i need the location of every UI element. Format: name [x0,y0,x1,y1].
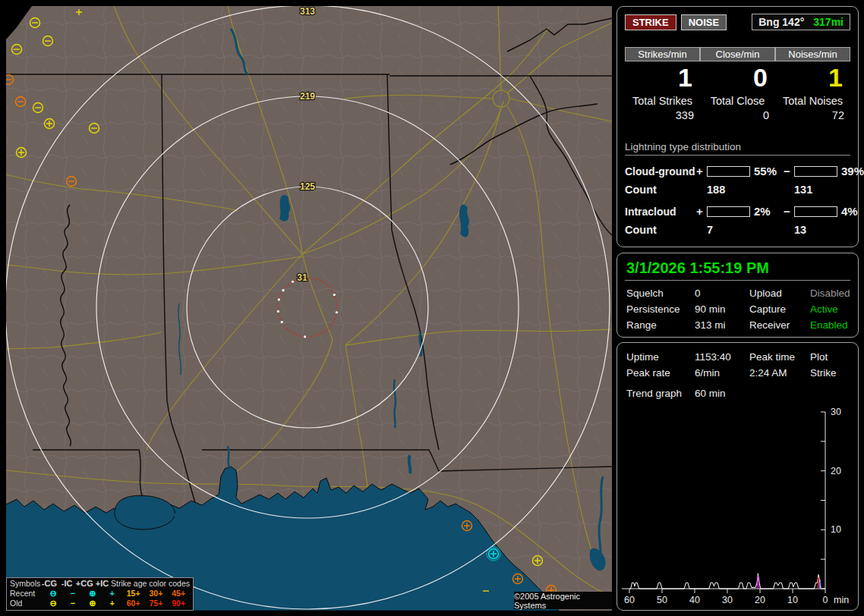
x-axis-unit: min [834,595,849,605]
persistence-dot [281,321,283,323]
x-tick-label: 40 [689,595,700,605]
total-close-value: 0 [700,109,775,121]
trend-graph-label: Trend graph [626,388,695,399]
noises-per-min-value: 1 [775,61,850,93]
bearing-value: Bng 142° [758,16,804,28]
persistence-dot [333,294,336,296]
range-label: Range [626,319,695,331]
uptime-value: 1153:40 [695,351,749,363]
age-90: 90+ [167,599,190,608]
trend-series-strikes [629,574,825,589]
strikes-column: Strikes/min 1 Total Strikes 339 [625,47,700,121]
trend-graph: 1020306050403020100min [617,408,858,611]
capture-label: Capture [749,303,810,315]
persistence-dot [336,311,338,313]
x-tick-label: 0 [823,595,828,605]
legend-recent-label: Recent [10,589,43,599]
upload-status: Disabled [810,288,850,299]
persistence-dot [278,298,280,300]
stats-grid: Uptime 1153:40 Peak time Plot Peak rate … [625,351,850,379]
ring-label-125: 125 [300,181,315,192]
ring-label-313: 313 [300,6,315,17]
noises-per-min-button[interactable]: Noises/min [775,47,850,61]
old-cg-minus-icon: ⊖ [43,599,63,608]
cg-plus-pct: 55% [750,165,784,178]
strikes-per-min-button[interactable]: Strikes/min [625,47,700,61]
ic-minus-count: 13 [794,224,837,236]
recent-ic-minus-icon: − [63,589,83,599]
persistence-label: Persistence [626,303,695,315]
cg-minus-pct: 39% [837,165,864,178]
x-tick-label: 30 [722,595,733,605]
rate-counters: Strikes/min 1 Total Strikes 339 Close/mi… [625,47,850,121]
peak-rate-value: 6/min [695,367,749,379]
recent-cg-minus-icon: ⊖ [43,589,63,599]
age-75: 75+ [145,599,168,608]
minus-sign: − [784,205,794,218]
legend-col--ic: -IC [58,579,75,589]
noise-mode-button[interactable]: NOISE [681,14,727,30]
counters-panel: STRIKE NOISE Bng 142° 317mi Strikes/min … [616,6,859,247]
count-label: Count [625,224,696,236]
legend-age-header: Strike age color codes [111,579,190,589]
distance-value: 317mi [813,16,844,28]
ic-plus-pct: 2% [750,205,784,218]
ring-label-219: 219 [300,91,315,102]
status-grid: Squelch 0 Upload Disabled Persistence 90… [625,288,850,331]
trend-graph-span: 60 min [695,388,749,399]
cg-minus-bar [794,166,837,177]
legend-recent-row: Recent ⊖ − ⊕ + 15+ 30+ 45+ [10,589,190,599]
legend-col--cg: -CG [40,579,58,589]
peak-time-value: 2:24 AM [749,367,810,379]
receiver-status: Enabled [810,319,850,331]
ic-minus-pct: 4% [837,205,858,218]
symbols-legend: Symbols -CG -IC +CG +IC Strike age color… [6,577,194,611]
legend-old-row: Old ⊖ − ⊕ + 60+ 75+ 90+ [10,599,190,608]
legend-col-pic: +IC [93,579,111,589]
squelch-label: Squelch [626,288,695,299]
intracloud-row: Intracloud + 2% − 4% [625,205,850,218]
strike-mode-button[interactable]: STRIKE [625,14,676,30]
range-value: 313 mi [695,319,749,331]
persistence-dot [282,289,284,291]
age-15: 15+ [122,589,145,599]
ic-plus-count: 7 [707,224,750,236]
ic-plus-bar [707,206,750,217]
legend-header-row: Symbols -CG -IC +CG +IC Strike age color… [10,579,190,589]
plot-label: Plot [810,351,850,363]
x-tick-label: 60 [624,595,635,605]
ring-label-31: 31 [297,272,307,283]
recent-ic-plus-icon: + [102,589,122,599]
old-ic-plus-icon: + [102,599,122,608]
persistence-value: 90 min [695,303,749,315]
cloud-ground-row: Cloud-ground + 55% − 39% [625,165,850,178]
squelch-value: 0 [695,288,749,299]
lightning-map[interactable]: 31321912531 Symbols -CG -IC +CG +IC Stri… [6,6,612,611]
distribution-title: Lightning type distribution [625,141,850,156]
legend-old-label: Old [10,599,43,608]
cg-plus-bar [707,166,750,177]
stormvue-app: 31321912531 Symbols -CG -IC +CG +IC Stri… [0,0,864,616]
count-label: Count [625,184,696,196]
close-per-min-button[interactable]: Close/min [700,47,775,61]
y-tick-label: 30 [831,408,841,417]
age-30: 30+ [145,589,168,599]
copyright-notice: ©2005 Astrogenic Systems [514,592,612,609]
stats-panel: Uptime 1153:40 Peak time Plot Peak rate … [616,342,859,611]
close-per-min-value: 0 [700,61,775,93]
uptime-label: Uptime [626,351,695,363]
total-noises-label: Total Noises [775,95,850,107]
persistence-dot [277,310,279,313]
ic-minus-bar [794,206,837,217]
map-canvas[interactable]: 31321912531 [6,6,612,611]
persistence-dot [304,335,306,338]
cloud-ground-count-row: Count 188 131 [625,184,850,196]
cg-plus-count: 188 [707,184,750,196]
intracloud-count-row: Count 7 13 [625,224,850,236]
noises-column: Noises/min 1 Total Noises 72 [775,47,850,121]
age-60: 60+ [122,599,145,608]
y-tick-label: 10 [831,524,841,535]
total-noises-value: 72 [775,109,850,121]
close-column: Close/min 0 Total Close 0 [700,47,775,121]
strikes-per-min-value: 1 [625,61,700,93]
